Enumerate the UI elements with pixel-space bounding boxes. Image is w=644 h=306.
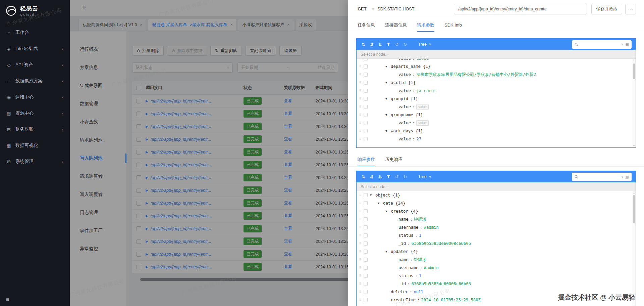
tree-row[interactable]: ⠿▼acctid {1} [358,79,636,87]
drag-handle-icon[interactable]: ⠿ [358,282,363,286]
caret-down-icon[interactable]: ▼ [370,193,375,197]
host-select[interactable]: SDK.STATIC.HOST [377,7,414,11]
drag-handle-icon[interactable]: ⠿ [358,137,363,141]
drag-handle-icon[interactable]: ⠿ [358,81,363,84]
caret-down-icon[interactable]: ▼ [385,65,391,68]
tree-row[interactable]: ⠿▼groupname {1} [358,111,636,119]
drag-handle-icon[interactable]: ⠿ [358,89,363,92]
tree-row[interactable]: ⠿name：钟耀漾 [358,215,636,223]
drag-handle-icon[interactable]: ⠿ [358,290,363,294]
drag-handle-icon[interactable]: ⠿ [358,274,363,277]
caret-down-icon[interactable]: ▼ [385,129,391,133]
drag-handle-icon[interactable]: ⠿ [358,202,363,205]
expand-all-icon[interactable]: ⇅ [362,174,365,179]
tree-node-checkbox[interactable] [364,274,368,278]
drawer-tab-2[interactable]: 连接器信息 [385,18,407,32]
url-input[interactable]: /api/v2/app/{app_id}/entry/{entry_id}/da… [454,4,587,14]
drag-handle-icon[interactable]: ⠿ [358,65,363,68]
tree-row[interactable]: ⠿name：钟耀漾 [358,256,636,264]
drag-handle-icon[interactable]: ⠿ [358,218,363,221]
drawer-mask[interactable] [70,0,348,306]
tree-row[interactable]: ⠿_id：6368b9b5585de60008c66b05 [358,280,636,288]
tree-node-checkbox[interactable] [364,73,368,77]
drag-handle-icon[interactable]: ⠿ [358,226,363,229]
tree-mode-select[interactable]: Tree ∨ [418,42,431,47]
tree-node-checkbox[interactable] [364,201,368,205]
sidebar-item-finance[interactable]: ⊟财务对账∨ [0,121,70,137]
drag-handle-icon[interactable]: ⠿ [358,250,363,253]
tree-node-checkbox[interactable] [364,64,368,69]
drawer-tab-4[interactable]: SDK Info [444,18,462,32]
tree-row[interactable]: ⠿▼creator {4} [358,207,636,215]
response-tab-2[interactable]: 历史响应 [385,152,402,166]
drag-handle-icon[interactable]: ⠿ [358,73,363,76]
tree-row[interactable]: ⠿deleter：null [358,288,636,296]
sidebar-item-visual[interactable]: ▦数据可视化 [0,137,70,154]
chevron-down-icon[interactable]: ∨ [372,7,374,11]
tree-row[interactable]: ⠿username：#admin [358,264,636,272]
undo-icon[interactable]: ↺ [395,174,399,179]
tree-node-checkbox[interactable] [364,233,368,237]
filter-icon[interactable] [387,43,390,46]
tree-row[interactable]: ⠿status：1 [358,272,636,280]
caret-down-icon[interactable]: ▼ [385,81,391,84]
search-options-icon[interactable]: ▦ [626,175,629,179]
tree-row[interactable]: ⠿_id：6368b9b5585de60008c66b05 [358,239,636,248]
sidebar-item-integration[interactable]: ∴数据集成方案∨ [0,73,70,89]
tree-node-checkbox[interactable] [364,81,368,85]
filter-icon[interactable] [387,175,390,179]
tree-node-checkbox[interactable] [364,290,368,294]
tree-node-checkbox[interactable] [364,282,368,286]
drag-handle-icon[interactable]: ⠿ [358,266,363,269]
response-tab-1[interactable]: 响应参数 [358,152,375,166]
tree-node-checkbox[interactable] [364,250,368,254]
drag-handle-icon[interactable]: ⠿ [358,258,363,261]
search-options-icon[interactable]: ▦ [626,42,629,47]
http-method-select[interactable]: GET [358,6,367,11]
caret-down-icon[interactable]: ▼ [385,250,391,253]
redo-icon[interactable]: ↻ [404,42,407,47]
tree-node-checkbox[interactable] [364,266,368,270]
drag-handle-icon[interactable]: ⠿ [358,97,363,100]
tree-row[interactable]: ⠿value：carol [358,59,636,62]
drag-handle-icon[interactable]: ⠿ [358,298,363,302]
save-activate-button[interactable]: 保存并激活 [591,4,623,14]
tree-node-checkbox[interactable] [364,121,368,125]
tree-row[interactable]: ⠿value：value [358,103,636,111]
drawer-tab-3[interactable]: 请求参数 [417,18,434,32]
drag-handle-icon[interactable]: ⠿ [358,193,363,197]
tree-row[interactable]: ⠿value：jx-carol [358,87,636,95]
vertical-scrollbar[interactable]: ▲ ▼ [632,191,636,306]
tree-node-checkbox[interactable] [364,129,368,133]
sidebar-item-api[interactable]: ◇API 资产∨ [0,57,70,73]
tree-row[interactable]: ⠿updateTime：2024-10-01T05:25:29.580Z [358,304,636,306]
tree-row[interactable]: ⠿▼object {1} [358,191,636,199]
caret-down-icon[interactable]: ▼ [378,202,383,205]
tree-node-checkbox[interactable] [364,193,368,197]
tree-row[interactable]: ⠿username：#admin [358,223,636,231]
more-actions-button[interactable]: ⋯ [625,4,636,14]
drag-handle-icon[interactable]: ⠿ [358,234,363,237]
tree-row[interactable]: ⠿▼work_days {1} [358,127,636,135]
sidebar-item-workbench[interactable]: ⌂工作台 [0,25,70,41]
drag-handle-icon[interactable]: ⠿ [358,121,363,125]
tree-node-checkbox[interactable] [364,59,368,60]
tree-row[interactable]: ⠿▼data {24} [358,199,636,207]
tree-row[interactable]: ⠿value：value [358,119,636,127]
chevron-down-icon[interactable]: ∨ [621,175,624,178]
caret-down-icon[interactable]: ▼ [385,210,391,213]
tree-node-checkbox[interactable] [364,137,368,141]
sidebar-collapse-icon[interactable]: ≡ [6,297,9,303]
tree-row[interactable]: ⠿▼updater {4} [358,248,636,256]
drawer-tab-1[interactable]: 任务信息 [358,18,375,32]
scroll-down-icon[interactable]: ▼ [632,145,636,147]
tree-row[interactable]: ⠿▼groupid {1} [358,95,636,103]
scroll-up-icon[interactable]: ▲ [632,192,636,194]
sort-icon[interactable]: ⇊ [378,42,382,47]
tree-node-checkbox[interactable] [364,105,368,109]
tree-row[interactable]: ⠿status：1 [358,231,636,239]
tree-node-checkbox[interactable] [364,217,368,221]
tree-node-checkbox[interactable] [364,225,368,229]
tree-node-checkbox[interactable] [364,298,368,302]
sidebar-item-system[interactable]: ⊞系统管理∨ [0,154,70,170]
